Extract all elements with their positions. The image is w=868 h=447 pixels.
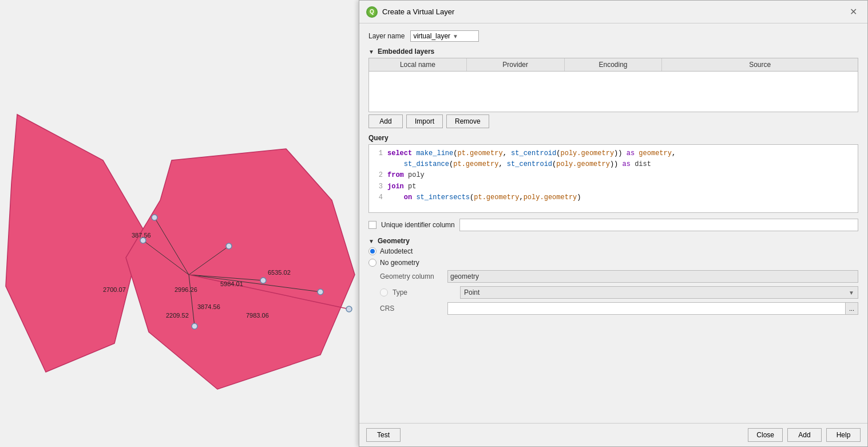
crs-input[interactable] bbox=[448, 303, 845, 314]
dialog-body: Layer name virtual_layer ▼ ▼ Embedded la… bbox=[359, 23, 867, 423]
remove-button[interactable]: Remove bbox=[446, 114, 489, 128]
uid-checkbox[interactable] bbox=[368, 221, 376, 229]
layer-name-row: Layer name virtual_layer ▼ bbox=[368, 30, 858, 42]
add-button[interactable]: Add bbox=[787, 428, 822, 442]
polygon-1 bbox=[6, 114, 143, 372]
no-geometry-row: No geometry bbox=[368, 259, 858, 267]
query-label: Query bbox=[368, 134, 858, 142]
autodetect-label: Autodetect bbox=[380, 247, 413, 255]
point-2 bbox=[152, 215, 157, 220]
geometry-column-row: Geometry column bbox=[380, 270, 858, 283]
table-header: Local name Provider Encoding Source bbox=[369, 58, 858, 72]
geometry-collapse-arrow[interactable]: ▼ bbox=[368, 238, 374, 244]
geometry-column-label: Geometry column bbox=[380, 272, 443, 280]
autodetect-row: Autodetect bbox=[368, 247, 858, 255]
col-local-name: Local name bbox=[369, 58, 467, 71]
footer-left: Test bbox=[366, 428, 401, 442]
help-button[interactable]: Help bbox=[826, 428, 861, 442]
col-source: Source bbox=[662, 58, 858, 71]
geometry-type-row: Type Point ▼ bbox=[380, 286, 858, 299]
map-label-4: 3874.56 bbox=[197, 303, 220, 310]
map-label-3: 2996.26 bbox=[175, 286, 197, 293]
geometry-section-header: ▼ Geometry bbox=[368, 237, 858, 245]
geometry-type-combo[interactable]: Point ▼ bbox=[460, 286, 858, 299]
footer-right: Close Add Help bbox=[748, 428, 861, 442]
geometry-type-arrow: ▼ bbox=[849, 290, 854, 296]
geometry-type-radio[interactable] bbox=[380, 288, 388, 296]
point-3 bbox=[226, 243, 232, 249]
test-button[interactable]: Test bbox=[366, 428, 401, 442]
embedded-layers-table: Local name Provider Encoding Source bbox=[368, 58, 858, 112]
embedded-layers-title: Embedded layers bbox=[378, 48, 434, 56]
geometry-crs-row: CRS ... bbox=[380, 302, 858, 315]
geometry-options: Autodetect No geometry Geometry column bbox=[368, 247, 858, 315]
crs-browse-button[interactable]: ... bbox=[845, 303, 858, 314]
query-line-3: 3 join pt bbox=[374, 181, 853, 192]
layer-name-label: Layer name bbox=[368, 32, 405, 40]
query-line-1: 1 select make_line(pt.geometry, st_centr… bbox=[374, 148, 853, 159]
crs-input-wrapper: ... bbox=[447, 302, 858, 315]
point-5 bbox=[318, 289, 323, 295]
uid-input[interactable] bbox=[459, 219, 858, 231]
embedded-layers-buttons: Add Import Remove bbox=[368, 114, 858, 128]
layer-name-combo[interactable]: virtual_layer ▼ bbox=[410, 30, 479, 42]
layer-name-value: virtual_layer bbox=[413, 32, 450, 40]
geometry-section-title: Geometry bbox=[378, 237, 410, 245]
autodetect-radio-inner bbox=[370, 249, 375, 254]
uid-label: Unique identifier column bbox=[381, 221, 455, 229]
query-line-2: 2 from poly bbox=[374, 170, 853, 181]
dialog-title-text: Create a Virtual Layer bbox=[382, 7, 454, 16]
embedded-layers-section: ▼ Embedded layers Local name Provider En… bbox=[368, 48, 858, 128]
import-button[interactable]: Import bbox=[406, 114, 443, 128]
geometry-column-input[interactable] bbox=[447, 270, 858, 283]
dialog-titlebar: Q Create a Virtual Layer ✕ bbox=[359, 1, 867, 23]
point-7 bbox=[192, 323, 197, 329]
map-label-2: 2700.07 bbox=[103, 286, 126, 293]
dialog-footer: Test Close Add Help bbox=[359, 423, 867, 446]
qgis-logo: Q bbox=[366, 6, 378, 18]
no-geometry-label: No geometry bbox=[380, 259, 419, 267]
dialog-close-button[interactable]: ✕ bbox=[846, 5, 861, 18]
virtual-layer-dialog: Q Create a Virtual Layer ✕ Layer name vi… bbox=[359, 0, 868, 447]
embedded-layers-collapse-arrow[interactable]: ▼ bbox=[368, 49, 374, 55]
no-geometry-radio[interactable] bbox=[368, 259, 376, 267]
map-label-7: 6535.02 bbox=[268, 269, 291, 276]
query-line-1b: st_distance(pt.geometry, st_centroid(pol… bbox=[374, 159, 853, 170]
map-svg: 387.56 2700.07 2996.26 3874.56 5984.01 7… bbox=[0, 0, 359, 447]
map-label-8: 2209.52 bbox=[166, 312, 189, 319]
point-4 bbox=[260, 278, 266, 283]
map-label-5: 5984.01 bbox=[220, 280, 243, 287]
point-6 bbox=[346, 306, 352, 312]
col-encoding: Encoding bbox=[565, 58, 663, 71]
map-label-1: 387.56 bbox=[132, 232, 151, 239]
geometry-section: ▼ Geometry Autodetect No geometry bbox=[368, 237, 858, 315]
layer-name-arrow: ▼ bbox=[453, 33, 458, 39]
autodetect-radio[interactable] bbox=[368, 247, 376, 255]
geometry-type-label: Type bbox=[393, 288, 455, 296]
geometry-type-value: Point bbox=[464, 288, 846, 296]
query-editor[interactable]: 1 select make_line(pt.geometry, st_centr… bbox=[368, 144, 858, 213]
map-label-6: 7983.06 bbox=[246, 312, 269, 319]
uid-row: Unique identifier column bbox=[368, 219, 858, 231]
dialog-title-left: Q Create a Virtual Layer bbox=[366, 6, 454, 18]
geometry-crs-label: CRS bbox=[380, 304, 443, 312]
query-section: Query 1 select make_line(pt.geometry, st… bbox=[368, 134, 858, 213]
query-line-4: 4 on st_intersects(pt.geometry,poly.geom… bbox=[374, 192, 853, 203]
geometry-fields: Geometry column Type Point ▼ bbox=[380, 270, 858, 315]
close-button[interactable]: Close bbox=[748, 428, 783, 442]
map-canvas: 387.56 2700.07 2996.26 3874.56 5984.01 7… bbox=[0, 0, 359, 447]
table-body bbox=[369, 72, 858, 112]
embedded-layers-header: ▼ Embedded layers bbox=[368, 48, 858, 56]
polygon-2 bbox=[126, 149, 355, 389]
add-layer-button[interactable]: Add bbox=[368, 114, 403, 128]
col-provider: Provider bbox=[467, 58, 565, 71]
